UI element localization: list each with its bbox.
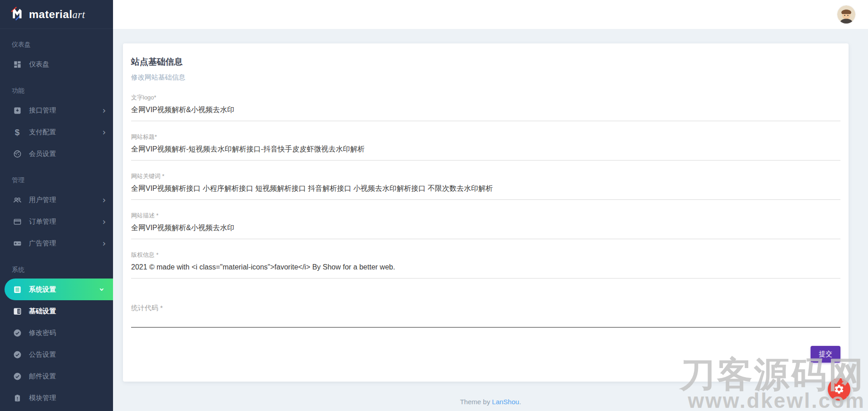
card-icon bbox=[13, 217, 22, 226]
chevron-right-icon: › bbox=[102, 128, 106, 137]
chevron-right-icon: › bbox=[102, 217, 106, 226]
field-label: 统计代码 * bbox=[131, 304, 840, 312]
site-basic-info-card: 站点基础信息 修改网站基础信息 文字logo* 网站标题* 网站关键词 * 网站… bbox=[123, 43, 849, 382]
reader-icon bbox=[13, 307, 22, 316]
section-label-management: 管理 bbox=[0, 176, 113, 189]
site-title-input[interactable] bbox=[131, 141, 840, 161]
brand-m-icon bbox=[10, 6, 24, 23]
field-copyright: 版权信息 * bbox=[131, 251, 840, 279]
chevron-down-icon: › bbox=[98, 288, 107, 291]
dollar-icon: $ bbox=[13, 128, 22, 137]
sidebar-item-system-settings[interactable]: 系统设置 › bbox=[5, 279, 113, 300]
field-label: 网站描述 * bbox=[131, 212, 840, 220]
field-stats-code: 统计代码 * bbox=[131, 304, 840, 328]
page-title: 站点基础信息 bbox=[131, 56, 840, 68]
footer: Theme by LanShou. bbox=[113, 398, 868, 406]
sidebar-item-order-management[interactable]: 订单管理 › bbox=[0, 211, 113, 232]
site-keywords-input[interactable] bbox=[131, 180, 840, 200]
face-icon bbox=[13, 149, 22, 158]
sidebar-item-basic-settings[interactable]: 基础设置 bbox=[0, 300, 113, 322]
sidebar-item-announcement-settings[interactable]: 公告设置 bbox=[0, 344, 113, 365]
page-subtitle: 修改网站基础信息 bbox=[131, 73, 840, 82]
topbar bbox=[113, 0, 868, 29]
section-label-features: 功能 bbox=[0, 87, 113, 99]
chevron-right-icon: › bbox=[102, 106, 106, 115]
field-site-description: 网站描述 * bbox=[131, 212, 840, 239]
field-label: 版权信息 * bbox=[131, 251, 840, 259]
sidebar: materialart 仪表盘 仪表盘 功能 接口管理 › $ 支付配置 › bbox=[0, 0, 113, 411]
field-site-keywords: 网站关键词 * bbox=[131, 172, 840, 200]
field-text-logo: 文字logo* bbox=[131, 94, 840, 121]
check-circle-icon bbox=[13, 328, 22, 337]
chevron-right-icon: › bbox=[102, 239, 106, 248]
sidebar-item-system-license[interactable]: 系统授权 bbox=[0, 409, 113, 411]
theme-author-link[interactable]: LanShou bbox=[492, 398, 519, 406]
site-description-input[interactable] bbox=[131, 220, 840, 239]
api-box-arrow-icon bbox=[13, 106, 22, 115]
sidebar-item-payment-config[interactable]: $ 支付配置 › bbox=[0, 121, 113, 143]
field-site-title: 网站标题* bbox=[131, 133, 840, 161]
stats-code-input[interactable] bbox=[131, 312, 840, 328]
main-content: 站点基础信息 修改网站基础信息 文字logo* 网站标题* 网站关键词 * 网站… bbox=[113, 29, 868, 411]
article-list-icon bbox=[13, 285, 22, 294]
field-label: 网站关键词 * bbox=[131, 172, 840, 180]
sidebar-item-ad-management[interactable]: 广告管理 › bbox=[0, 232, 113, 254]
brand-logo: materialart bbox=[0, 0, 113, 29]
section-label-system: 系统 bbox=[0, 266, 113, 279]
text-logo-input[interactable] bbox=[131, 102, 840, 121]
dashboard-icon bbox=[13, 60, 22, 69]
gamepad-ad-icon bbox=[13, 239, 22, 248]
sidebar-item-api-management[interactable]: 接口管理 › bbox=[0, 99, 113, 121]
check-circle-icon bbox=[13, 350, 22, 359]
people-icon bbox=[13, 195, 22, 204]
sidebar-item-dashboard[interactable]: 仪表盘 bbox=[0, 53, 113, 75]
sidebar-item-change-password[interactable]: 修改密码 bbox=[0, 322, 113, 344]
check-circle-icon bbox=[13, 372, 22, 381]
sidebar-item-member-settings[interactable]: 会员设置 bbox=[0, 143, 113, 165]
user-avatar[interactable] bbox=[837, 5, 855, 24]
sidebar-item-mail-settings[interactable]: 邮件设置 bbox=[0, 365, 113, 387]
brand-name: materialart bbox=[29, 8, 85, 21]
submit-button[interactable]: 提交 bbox=[811, 346, 840, 363]
settings-fab-button[interactable] bbox=[828, 378, 850, 401]
sidebar-item-user-management[interactable]: 用户管理 › bbox=[0, 189, 113, 211]
gear-icon bbox=[834, 384, 844, 395]
clipboard-alert-icon bbox=[13, 393, 22, 402]
field-label: 文字logo* bbox=[131, 94, 840, 102]
chevron-right-icon: › bbox=[102, 196, 106, 204]
copyright-input[interactable] bbox=[131, 259, 840, 279]
field-label: 网站标题* bbox=[131, 133, 840, 141]
section-label-dashboard: 仪表盘 bbox=[0, 41, 113, 53]
sidebar-item-module-management[interactable]: 模块管理 bbox=[0, 387, 113, 409]
